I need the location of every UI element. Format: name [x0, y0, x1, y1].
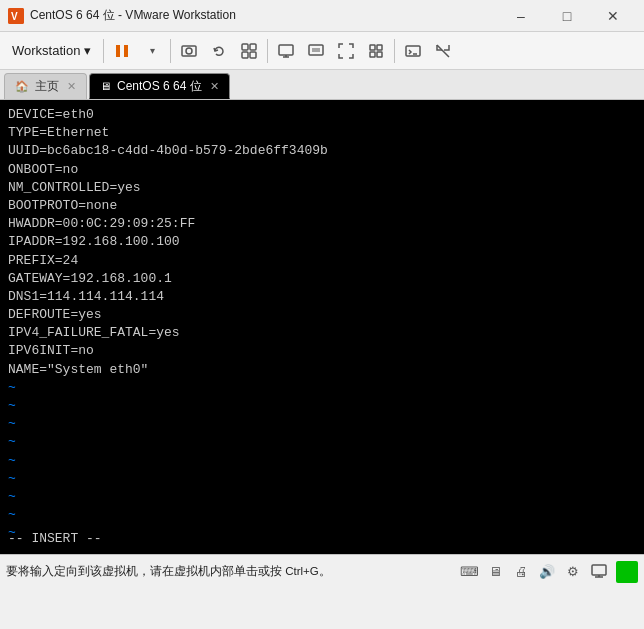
console-icon[interactable]: [399, 37, 427, 65]
svg-rect-13: [309, 45, 323, 55]
menu-bar: Workstation ▾ ▾: [0, 32, 644, 70]
snapshot-icon[interactable]: [175, 37, 203, 65]
home-icon: 🏠: [15, 80, 29, 93]
title-bar: V CentOS 6 64 位 - VMware Workstation – □…: [0, 0, 644, 32]
terminal[interactable]: DEVICE=eth0 TYPE=Ethernet UUID=bc6abc18-…: [0, 100, 644, 554]
tilde-lines: ~~~~~~~~~: [8, 379, 636, 543]
window-title: CentOS 6 64 位 - VMware Workstation: [30, 7, 498, 24]
svg-rect-10: [279, 45, 293, 55]
expand-icon[interactable]: [429, 37, 457, 65]
terminal-content: DEVICE=eth0 TYPE=Ethernet UUID=bc6abc18-…: [8, 106, 636, 379]
maximize-button[interactable]: □: [544, 0, 590, 32]
tab-centos[interactable]: 🖥 CentOS 6 64 位 ✕: [89, 73, 230, 99]
svg-rect-16: [370, 45, 375, 50]
tab-home-close[interactable]: ✕: [67, 80, 76, 93]
svg-line-22: [437, 45, 449, 57]
insert-status: -- INSERT --: [8, 530, 102, 548]
tabs-bar: 🏠 主页 ✕ 🖥 CentOS 6 64 位 ✕: [0, 70, 644, 100]
vm-tab-icon: 🖥: [100, 80, 111, 92]
svg-rect-19: [377, 52, 382, 57]
menu-separator-4: [394, 39, 395, 63]
pause-dropdown[interactable]: ▾: [138, 37, 166, 65]
fullscreen-icon[interactable]: [332, 37, 360, 65]
print-status-icon[interactable]: 🖨: [510, 561, 532, 583]
svg-rect-17: [377, 45, 382, 50]
svg-rect-7: [250, 44, 256, 50]
vm-status-indicator: [616, 561, 638, 583]
svg-rect-9: [250, 52, 256, 58]
svg-rect-6: [242, 44, 248, 50]
minimize-button[interactable]: –: [498, 0, 544, 32]
revert-icon[interactable]: [205, 37, 233, 65]
speaker-status-icon[interactable]: 🔊: [536, 561, 558, 583]
svg-text:V: V: [11, 11, 18, 22]
menu-separator-2: [170, 39, 171, 63]
tab-centos-close[interactable]: ✕: [210, 80, 219, 93]
snapshot-manager-icon[interactable]: [235, 37, 263, 65]
svg-rect-8: [242, 52, 248, 58]
tab-home[interactable]: 🏠 主页 ✕: [4, 73, 87, 99]
svg-rect-3: [124, 45, 128, 57]
screen-status-icon[interactable]: 🖥: [484, 561, 506, 583]
svg-rect-23: [592, 565, 606, 575]
svg-point-5: [186, 48, 192, 54]
window-controls: – □ ✕: [498, 0, 636, 32]
keyboard-status-icon[interactable]: ⌨: [458, 561, 480, 583]
menu-separator-3: [267, 39, 268, 63]
network-status-icon[interactable]: [588, 561, 610, 583]
menu-separator-1: [103, 39, 104, 63]
unity-icon[interactable]: [362, 37, 390, 65]
vm-icon[interactable]: [272, 37, 300, 65]
status-text: 要将输入定向到该虚拟机，请在虚拟机内部单击或按 Ctrl+G。: [6, 564, 454, 579]
app-icon: V: [8, 8, 24, 24]
status-bar: 要将输入定向到该虚拟机，请在虚拟机内部单击或按 Ctrl+G。 ⌨ 🖥 🖨 🔊 …: [0, 554, 644, 588]
settings-status-icon[interactable]: ⚙: [562, 561, 584, 583]
pause-button[interactable]: [108, 37, 136, 65]
workstation-menu[interactable]: Workstation ▾: [4, 37, 99, 65]
svg-rect-18: [370, 52, 375, 57]
vm-settings-icon[interactable]: [302, 37, 330, 65]
svg-rect-2: [116, 45, 120, 57]
close-button[interactable]: ✕: [590, 0, 636, 32]
